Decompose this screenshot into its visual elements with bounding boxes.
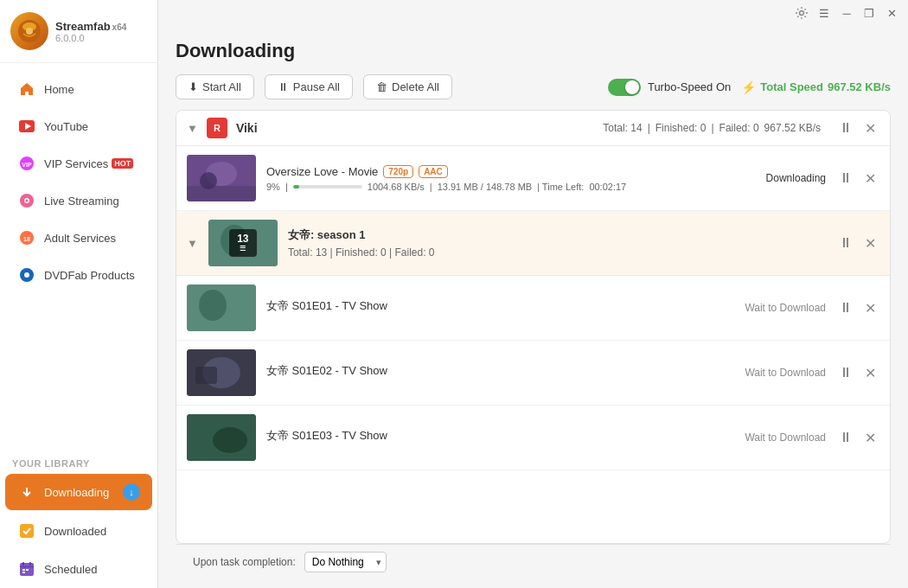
item-pause-button[interactable]: ⏸: [836, 169, 855, 188]
sidebar-item-youtube[interactable]: YouTube: [5, 108, 152, 144]
start-all-button[interactable]: ⬇ Start All: [176, 74, 254, 99]
svg-rect-15: [20, 524, 34, 538]
pause-all-button[interactable]: ⏸ Pause All: [265, 74, 353, 99]
item-close-button[interactable]: ✕: [860, 169, 879, 188]
svg-point-23: [800, 11, 804, 16]
sidebar-nav: Home YouTube VIP VIP Services HOT Live S…: [0, 63, 157, 450]
group-stats: Total: 14 | Finished: 0 | Failed: 0 967.…: [603, 122, 828, 134]
svg-rect-21: [26, 569, 29, 571]
close-button[interactable]: ✕: [884, 5, 899, 21]
page-title: Downloading: [176, 40, 891, 62]
sidebar-item-live[interactable]: Live Streaming: [5, 182, 152, 219]
app-name: Streamfabx64: [55, 20, 126, 33]
group-chevron[interactable]: ▼: [187, 122, 198, 135]
group-pause-button[interactable]: ⏸: [836, 118, 855, 137]
svg-rect-26: [187, 186, 256, 201]
svg-point-33: [199, 290, 227, 321]
group-actions: ⏸ ✕: [836, 118, 879, 137]
sidebar-item-home[interactable]: Home: [5, 71, 152, 107]
main-content: ☰ ─ ❐ ✕ Downloading ⬇ Start All ⏸ Pause …: [158, 0, 908, 588]
movie-title: Oversize Love - Movie 720p AAC: [266, 165, 756, 178]
bolt-icon: ⚡: [741, 80, 756, 94]
toggle-thumb: [625, 80, 639, 94]
ep3-title: 女帝 S01E03 - TV Show: [266, 428, 734, 444]
svg-point-39: [213, 427, 247, 453]
season-thumbnail: 13 ☰: [208, 220, 278, 266]
turbo-toggle[interactable]: Turbo-Speed On: [608, 79, 731, 96]
sidebar-item-dvdfab[interactable]: DVDFab Products: [5, 257, 152, 293]
group-name: Viki: [236, 121, 258, 135]
bottom-bar: Upon task completion: Do Nothing: [176, 544, 891, 579]
ep3-status: Wait to Download: [745, 431, 826, 444]
start-icon: ⬇: [189, 80, 198, 93]
group-header-viki: ▼ R Viki Total: 14 | Finished: 0 | Faile…: [176, 111, 890, 146]
ep1-info: 女帝 S01E01 - TV Show: [266, 298, 734, 317]
download-status: Downloading: [766, 172, 826, 184]
sidebar-item-downloaded[interactable]: Downloaded: [5, 513, 152, 549]
turbo-label: Turbo-Speed On: [648, 80, 731, 93]
app-logo: Streamfabx64 6.0.0.0: [0, 0, 157, 63]
youtube-icon: [17, 117, 36, 136]
season-actions: ⏸ ✕: [836, 233, 879, 252]
movie-info: Oversize Love - Movie 720p AAC 9% | 1004…: [266, 165, 756, 192]
ep1-pause-button[interactable]: ⏸: [836, 298, 855, 317]
ep2-status: Wait to Download: [745, 367, 826, 379]
ep3-close-button[interactable]: ✕: [860, 428, 879, 447]
ep2-info: 女帝 S01E02 - TV Show: [266, 363, 734, 382]
sidebar-item-vip[interactable]: VIP VIP Services HOT: [5, 145, 152, 182]
progress-fill: [293, 185, 299, 189]
delete-all-button[interactable]: 🗑 Delete All: [363, 74, 452, 99]
completion-select[interactable]: Do Nothing: [304, 552, 387, 572]
svg-rect-18: [29, 562, 31, 566]
lib-item-label: Downloading: [44, 486, 109, 499]
season-close-button[interactable]: ✕: [860, 233, 879, 252]
group-speed: 967.52 KB/s: [764, 122, 821, 134]
sidebar-item-label: YouTube: [44, 120, 88, 133]
season-stats: Total: 13 | Finished: 0 | Failed: 0: [288, 246, 826, 259]
adult-icon: 18: [17, 228, 36, 247]
lib-item-label: Downloaded: [44, 525, 106, 538]
movie-thumbnail: [187, 155, 256, 201]
season-title: 女帝: season 1: [288, 227, 826, 243]
live-icon: [17, 191, 36, 210]
season-chevron[interactable]: ▼: [187, 237, 198, 250]
svg-rect-20: [22, 569, 25, 571]
sidebar-item-adult[interactable]: 18 Adult Services: [5, 220, 152, 256]
group-close-button[interactable]: ✕: [860, 118, 879, 137]
settings-icon[interactable]: [794, 5, 809, 21]
ep1-status: Wait to Download: [745, 302, 826, 314]
season-pause-button[interactable]: ⏸: [836, 233, 855, 252]
restore-button[interactable]: ❐: [861, 5, 877, 21]
progress-bar: [293, 185, 362, 189]
ep1-actions: ⏸ ✕: [836, 298, 879, 317]
svg-point-9: [26, 200, 29, 202]
download-list: ▼ R Viki Total: 14 | Finished: 0 | Faile…: [176, 110, 891, 544]
svg-rect-36: [195, 367, 217, 384]
completion-select-wrap[interactable]: Do Nothing: [304, 552, 387, 572]
minimize-button[interactable]: ─: [839, 5, 854, 21]
svg-point-13: [24, 272, 29, 278]
speed-label: Total Speed: [760, 80, 823, 93]
toggle-track[interactable]: [608, 79, 641, 96]
ep3-actions: ⏸ ✕: [836, 428, 879, 447]
season-count-badge: 13 ☰: [229, 229, 257, 257]
speed-value: 967.52 KB/s: [828, 80, 891, 93]
total-speed: ⚡ Total Speed 967.52 KB/s: [741, 80, 891, 94]
ep3-pause-button[interactable]: ⏸: [836, 428, 855, 447]
sidebar-item-scheduled[interactable]: Scheduled: [5, 551, 152, 587]
hot-badge: HOT: [112, 158, 133, 169]
ep2-pause-button[interactable]: ⏸: [836, 363, 855, 382]
sidebar-item-downloading[interactable]: Downloading ↓: [5, 474, 152, 510]
ep1-close-button[interactable]: ✕: [860, 298, 879, 317]
logo-icon: [10, 12, 48, 50]
ep2-close-button[interactable]: ✕: [860, 363, 879, 382]
trash-icon: 🗑: [376, 80, 387, 93]
ep3-info: 女帝 S01E03 - TV Show: [266, 428, 734, 447]
sidebar-item-label: Live Streaming: [44, 195, 119, 208]
titlebar: ☰ ─ ❐ ✕: [158, 0, 908, 26]
pause-icon: ⏸: [278, 80, 289, 93]
svg-point-27: [200, 172, 217, 189]
downloading-icon: [17, 483, 36, 502]
progress-pct: 9%: [266, 182, 280, 192]
menu-icon[interactable]: ☰: [816, 5, 832, 21]
